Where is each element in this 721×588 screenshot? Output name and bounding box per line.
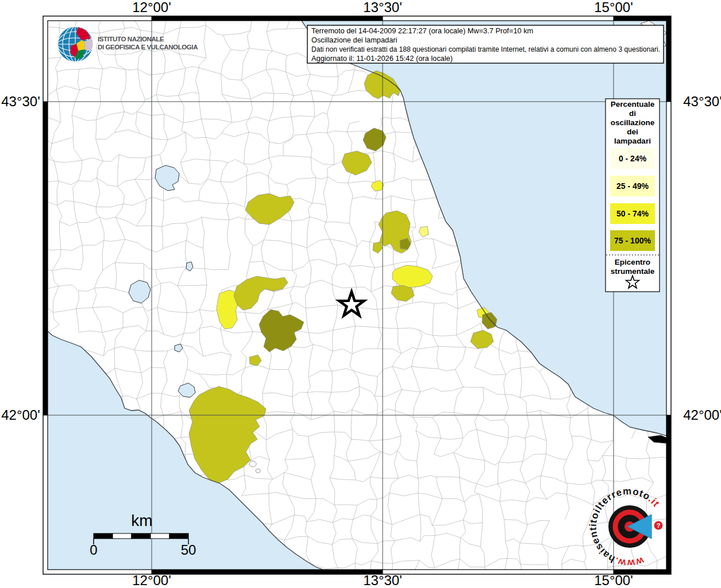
ingv-name-line1: ISTITUTO NAZIONALE [98,36,164,42]
legend-class-label: 75 - 100% [614,236,651,245]
legend: Percentuale di oscillazione dei lampadar… [606,99,660,292]
lake-nemi [256,469,260,473]
lon-label-top-0: 12°00' [132,0,171,15]
scale-unit-label: km [131,512,152,529]
legend-class-label: 0 - 24% [619,154,647,163]
ingv-name-line2: DI GEOFISICA E VULCANOLOGIA [98,44,198,51]
scale-end-label: 50 [181,542,196,558]
lake-albano [249,461,256,467]
info-line-updated: Aggiornato il: 11-01-2026 15:42 (ora loc… [311,54,453,63]
felt-report-map: 12°00' 13°30' 15°00' 12°00' 13°30' 15°00… [0,0,721,588]
lat-label-left-0: 43°30' [1,94,40,109]
legend-class-label: 50 - 74% [616,209,649,218]
legend-epicenter-line2: strumentale [611,267,655,276]
lon-label-bottom-0: 12°00' [132,572,171,588]
info-box: Terremoto del 14-04-2009 22:17:27 (ora l… [307,25,664,63]
legend-title-line: oscillazione [611,118,655,127]
lat-label-right-0: 43°30' [683,94,721,109]
info-line-event: Terremoto del 14-04-2009 22:17:27 (ora l… [311,26,533,35]
legend-title-line: di [629,109,636,118]
legend-title-line: lampadari [614,137,651,145]
scale-start-label: 0 [90,542,97,558]
lat-label-left-1: 42°00' [1,407,40,423]
lon-label-bottom-2: 15°00' [594,572,633,588]
logo-question-mark: ? [657,522,661,529]
legend-title-line: dei [627,127,638,136]
ingv-globe-icon [57,26,93,62]
info-line-data: Dati non verificati estratti da 188 ques… [311,45,660,53]
info-line-effect: Oscillazione dei lampadari [311,36,397,44]
lon-label-bottom-1: 13°30' [363,572,402,588]
lat-label-right-1: 42°00' [683,407,721,423]
legend-class-label: 25 - 49% [616,181,649,191]
legend-epicenter-line1: Epicentro [615,258,650,266]
lon-label-top-1: 13°30' [363,0,402,15]
legend-title-line: Percentuale [611,100,655,109]
lon-label-top-2: 15°00' [594,0,633,15]
